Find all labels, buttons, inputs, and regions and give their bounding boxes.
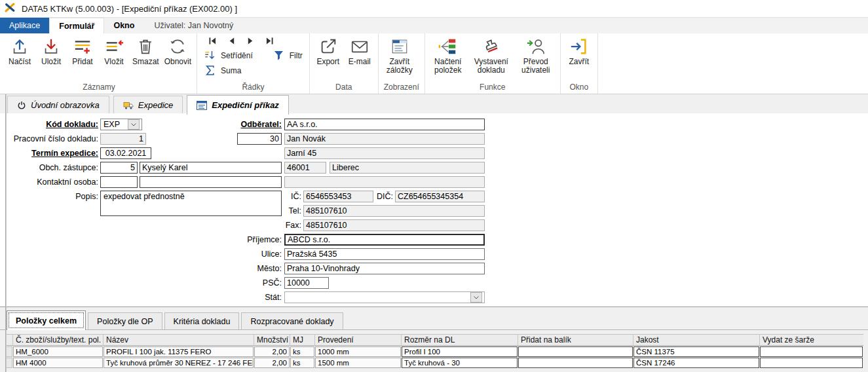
tab-polozky-dle-op[interactable]: Položky dle OP xyxy=(88,312,162,330)
setrideni-button[interactable]: Setřídění xyxy=(204,49,253,62)
pracovni-cislo-field[interactable] xyxy=(100,133,146,145)
menu-aplikace[interactable]: Aplikace xyxy=(0,18,49,33)
column-header[interactable]: Provedení xyxy=(315,334,402,346)
kontakt-cislo-field[interactable] xyxy=(100,176,138,188)
obnovit-button[interactable]: Obnovit xyxy=(162,33,194,66)
kontakt-jmeno-field[interactable] xyxy=(140,176,282,188)
odberatel-cislo-field[interactable] xyxy=(237,133,282,145)
cell-vydat-ze-sarze[interactable] xyxy=(760,346,863,357)
export-button[interactable]: Export xyxy=(312,33,344,66)
ribbon-group-funkce: Načtení položek Vystavení dokladu xyxy=(425,33,561,94)
email-button[interactable]: E-mail xyxy=(344,33,375,66)
ribbon: Načíst Uložit Přidat xyxy=(0,33,868,94)
group-label-okno: Okno xyxy=(563,82,595,94)
user-label: Uživatel: Jan Novotný xyxy=(154,18,233,33)
popis-textarea[interactable]: expedovat přednostně xyxy=(100,191,282,216)
cell-mnozstvi[interactable]: 2,00 xyxy=(254,346,290,357)
suma-button[interactable]: Suma xyxy=(204,64,241,77)
record-navigation xyxy=(204,37,303,46)
tab-rozpracovane-doklady[interactable]: Rozpracované doklady xyxy=(241,312,343,330)
cell-pridat-na-balik[interactable] xyxy=(518,358,633,368)
filtr-button[interactable]: Filtr xyxy=(273,49,303,62)
cell-jakost[interactable]: ČSN 11375 xyxy=(633,346,759,357)
tab-expedicni-prikaz[interactable]: Expediční příkaz xyxy=(187,95,289,115)
chevron-down-icon[interactable] xyxy=(128,119,140,130)
nacist-button[interactable]: Načíst xyxy=(4,33,35,66)
tab-polozky-celkem[interactable]: Položky celkem xyxy=(7,310,86,330)
tab-expedice[interactable]: Expedice xyxy=(113,96,183,114)
prevod-uzivateli-button[interactable]: Převod uživateli xyxy=(514,33,557,75)
menu-okno[interactable]: Okno xyxy=(104,18,143,33)
column-header[interactable]: Č. zboží/služby/text. pol. xyxy=(13,334,104,346)
cell-jakost[interactable]: ČSN 17246 xyxy=(633,358,759,368)
first-record-icon[interactable] xyxy=(209,37,216,45)
odberatel-mesto-field[interactable] xyxy=(330,162,485,174)
vlozit-button[interactable]: Vložit xyxy=(98,33,130,66)
sigma-icon xyxy=(204,64,216,77)
zastupce-cislo-field[interactable] xyxy=(100,162,138,174)
power-icon xyxy=(17,101,26,110)
odberatel-nazev-field[interactable] xyxy=(284,119,485,130)
cell-mnozstvi[interactable]: 2,00 xyxy=(254,358,290,368)
expedition-order-form: Kód dokladu: EXP Odběratel: Pracovní čís… xyxy=(0,113,868,306)
cell-rozmer-na-dl[interactable]: Tyč kruhová - 30 xyxy=(402,358,518,368)
odberatel-osoba-field[interactable] xyxy=(284,133,485,145)
ulice-field[interactable] xyxy=(284,248,485,260)
ic-field[interactable] xyxy=(303,191,373,202)
column-header[interactable]: Množství xyxy=(254,334,290,346)
column-header[interactable]: Vydat ze šarže xyxy=(760,334,863,346)
cell-cislo-zbozi[interactable]: HM_6000 xyxy=(13,346,103,357)
label-prijemce: Příjemce: xyxy=(216,234,282,246)
psc-field[interactable] xyxy=(284,277,329,289)
cell-nazev[interactable]: Tyč kruhová průměr 30 NEREZ - 17 246 FER… xyxy=(104,358,254,368)
fax-field[interactable] xyxy=(303,219,485,231)
cell-provedeni[interactable]: 1500 mm xyxy=(315,358,401,368)
termin-expedice-field[interactable] xyxy=(100,147,151,159)
odberatel-ulice-field[interactable] xyxy=(284,147,485,159)
chevron-down-icon[interactable] xyxy=(470,292,482,303)
odberatel-extra-field[interactable] xyxy=(284,176,485,188)
cell-provedeni[interactable]: 1000 mm xyxy=(315,346,401,357)
cell-vydat-ze-sarze[interactable] xyxy=(760,358,863,368)
vystaveni-dokladu-button[interactable]: Vystavení dokladu xyxy=(468,33,514,75)
cell-pridat-na-balik[interactable] xyxy=(518,346,633,357)
kod-dokladu-select[interactable]: EXP xyxy=(100,119,142,130)
pridat-button[interactable]: Přidat xyxy=(67,33,98,66)
zastupce-jmeno-field[interactable] xyxy=(140,162,282,174)
window-title: DATA5 KTKw (5.00.003) - [Expediční příka… xyxy=(22,4,237,14)
items-panel: Položky celkem Položky dle OP Kritéria d… xyxy=(0,307,868,372)
last-record-icon[interactable] xyxy=(266,37,273,45)
column-header[interactable]: Jakost xyxy=(633,334,760,346)
column-header[interactable]: Název xyxy=(104,334,254,346)
stat-select[interactable] xyxy=(284,291,485,303)
cell-mj[interactable]: ks xyxy=(290,346,314,357)
nacteni-polozek-button[interactable]: Načtení položek xyxy=(428,33,468,75)
column-header[interactable]: MJ xyxy=(290,334,315,346)
window-frame-edge xyxy=(5,94,7,372)
menu-formular[interactable]: Formulář xyxy=(49,18,104,33)
cell-cislo-zbozi[interactable]: HM 4000 xyxy=(13,358,103,368)
label-popis: Popis: xyxy=(3,191,98,202)
smazat-button[interactable]: Smazat xyxy=(130,33,162,66)
odberatel-psc-field[interactable] xyxy=(284,162,326,174)
cell-mj[interactable]: ks xyxy=(290,358,314,368)
group-label-funkce: Funkce xyxy=(428,82,557,94)
cell-rozmer-na-dl[interactable]: Profil I 100 xyxy=(402,346,518,357)
mesto-field[interactable] xyxy=(284,263,485,274)
prev-record-icon[interactable] xyxy=(228,37,235,45)
app-logo-icon xyxy=(5,2,16,15)
column-header[interactable]: Rozměr na DL xyxy=(402,334,518,346)
column-header[interactable]: Přidat na balík xyxy=(518,334,633,346)
label-obch-zastupce: Obch. zástupce: xyxy=(3,162,98,174)
tel-field[interactable] xyxy=(303,205,485,217)
zavrit-button[interactable]: Zavřít xyxy=(563,33,595,66)
tab-uvodni-obrazovka[interactable]: Úvodní obrazovka xyxy=(7,96,109,114)
next-record-icon[interactable] xyxy=(247,37,254,45)
items-tabs: Položky celkem Položky dle OP Kritéria d… xyxy=(7,311,345,330)
prijemce-field[interactable] xyxy=(284,234,485,246)
ulozit-button[interactable]: Uložit xyxy=(35,33,67,66)
dic-field[interactable] xyxy=(395,191,485,202)
cell-nazev[interactable]: PROFIL I 100 jak. 11375 FERO xyxy=(104,346,254,357)
zavrit-zalozky-button[interactable]: Zavřít záložky xyxy=(381,33,418,75)
tab-kriteria-dokladu[interactable]: Kritéria dokladu xyxy=(164,312,240,330)
